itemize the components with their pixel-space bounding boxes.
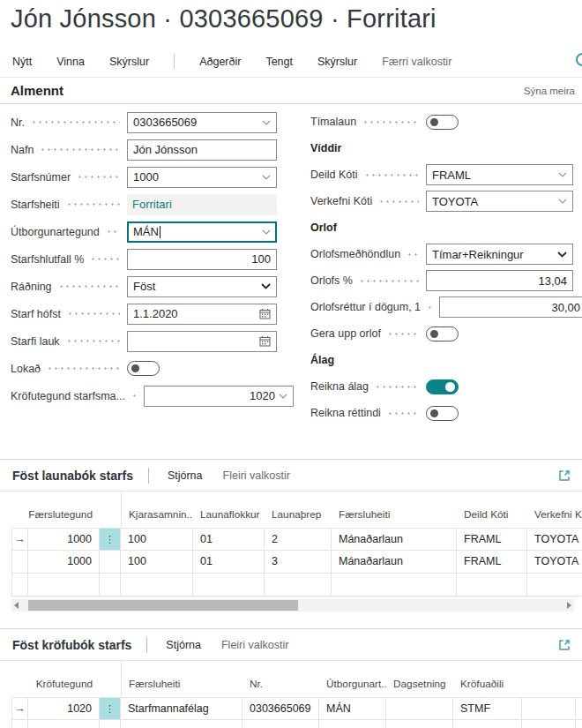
gera-upp-orlof-toggle[interactable] bbox=[426, 326, 459, 341]
table-cell[interactable] bbox=[28, 720, 100, 728]
column-header[interactable]: Kjarasamnin... bbox=[121, 492, 193, 528]
section-title[interactable]: Almennt bbox=[11, 83, 63, 98]
orlofsrettur-input[interactable]: 30,00 bbox=[439, 296, 582, 318]
table-cell[interactable]: MÁN bbox=[319, 697, 386, 720]
table-cell[interactable]: 100 bbox=[121, 551, 193, 574]
chevron-down-icon[interactable] bbox=[262, 120, 271, 125]
chevron-down-icon[interactable] bbox=[262, 175, 271, 180]
lokad-toggle[interactable] bbox=[127, 361, 160, 376]
table-cell[interactable] bbox=[386, 720, 453, 728]
table-cell[interactable] bbox=[453, 720, 522, 728]
scroll-right-arrow[interactable] bbox=[567, 602, 571, 609]
row-selector-cell[interactable]: → bbox=[11, 528, 28, 551]
horizontal-scrollbar[interactable] bbox=[11, 599, 574, 612]
krofubok-stjorna-button[interactable]: Stjórna bbox=[166, 639, 201, 651]
chevron-down-icon[interactable] bbox=[279, 394, 287, 399]
row-selector-cell[interactable] bbox=[11, 551, 28, 574]
table-cell[interactable] bbox=[386, 697, 453, 720]
starfsnumer-combobox[interactable]: 1000 bbox=[127, 167, 277, 188]
table-cell[interactable] bbox=[527, 574, 582, 597]
chevron-down-icon[interactable] bbox=[557, 251, 567, 258]
launabok-fleiri-valkostir-button[interactable]: Fleiri valkostir bbox=[223, 469, 290, 482]
expand-icon[interactable] bbox=[558, 639, 571, 651]
row-menu-cell[interactable] bbox=[100, 720, 121, 728]
starfi-lauk-datefield[interactable] bbox=[127, 331, 277, 352]
table-cell[interactable] bbox=[332, 574, 457, 597]
column-header[interactable]: Kröfuaðili bbox=[453, 661, 522, 697]
radning-select[interactable]: Föst bbox=[127, 276, 277, 297]
table-cell[interactable] bbox=[28, 574, 100, 597]
table-cell[interactable] bbox=[576, 697, 582, 720]
table-cell[interactable]: 0303665069 bbox=[242, 697, 319, 720]
reikna-alag-toggle[interactable] bbox=[426, 379, 459, 394]
table-cell[interactable]: 1000 bbox=[28, 551, 100, 574]
chevron-down-icon[interactable] bbox=[558, 199, 567, 204]
table-cell[interactable] bbox=[121, 720, 242, 728]
chevron-down-icon[interactable] bbox=[262, 229, 271, 235]
column-header[interactable]: Nr. bbox=[242, 661, 319, 697]
column-header[interactable]: Verkefni Kóti bbox=[527, 492, 582, 528]
table-cell[interactable]: 01 bbox=[193, 551, 265, 574]
card-launabok-title[interactable]: Föst launabók starfs bbox=[12, 469, 133, 483]
nafn-input[interactable]: Jón Jónsson bbox=[127, 139, 277, 161]
nr-combobox[interactable]: 0303665069 bbox=[127, 112, 277, 133]
menu-skyrslur-2[interactable]: Skýrslur bbox=[317, 56, 357, 68]
menu-nytt[interactable]: Nýtt bbox=[12, 56, 32, 68]
table-cell[interactable]: FRAML bbox=[457, 551, 527, 574]
row-selector-cell[interactable] bbox=[11, 720, 28, 728]
table-cell[interactable]: 1020 bbox=[28, 697, 100, 720]
krofubok-fleiri-valkostir-button[interactable]: Fleiri valkostir bbox=[221, 639, 288, 651]
row-menu-cell[interactable]: ⋮ bbox=[100, 697, 121, 720]
column-header[interactable]: Færsluheiti bbox=[332, 492, 457, 528]
table-cell[interactable]: 2 bbox=[265, 528, 332, 551]
table-cell[interactable]: TOYOTA bbox=[527, 528, 582, 551]
card-krofubok-title[interactable]: Föst kröfubók starfs bbox=[12, 638, 131, 652]
table-cell[interactable]: TOYOTA bbox=[527, 551, 582, 574]
column-header[interactable]: Kröfutegund bbox=[28, 661, 100, 697]
column-header[interactable]: Launaþrep bbox=[265, 492, 332, 528]
scrollbar-thumb[interactable] bbox=[28, 600, 298, 611]
row-menu-cell[interactable]: ⋮ bbox=[100, 528, 121, 551]
column-header[interactable]: Dagsetning bbox=[386, 661, 453, 697]
starfshlutfall-input[interactable]: 100 bbox=[127, 249, 277, 270]
launabok-stjorna-button[interactable]: Stjórna bbox=[168, 469, 203, 482]
table-cell[interactable] bbox=[265, 574, 332, 597]
table-cell[interactable]: Mánaðarlaun bbox=[332, 551, 457, 574]
column-header[interactable]: Eini bbox=[576, 661, 582, 697]
column-header[interactable]: Deild Kóti bbox=[457, 492, 527, 528]
calendar-icon[interactable] bbox=[259, 335, 271, 347]
table-cell[interactable]: Starfmannafélag bbox=[121, 697, 242, 720]
table-cell[interactable]: 1000 bbox=[28, 528, 100, 551]
krofutegund-starfsma-combobox[interactable]: 1020 bbox=[144, 386, 294, 407]
orlofsmedhondlun-select[interactable]: Tímar+Reikningur bbox=[426, 244, 573, 265]
menu-tengt[interactable]: Tengt bbox=[265, 56, 293, 68]
table-cell[interactable]: Mánaðarlaun bbox=[332, 528, 457, 551]
table-cell[interactable] bbox=[457, 574, 527, 597]
table-cell[interactable] bbox=[522, 720, 576, 728]
reikna-rettindi-toggle[interactable] bbox=[426, 406, 459, 421]
menu-skyrslur[interactable]: Skýrslur bbox=[109, 56, 149, 68]
column-header[interactable]: Færslutegund bbox=[28, 492, 100, 528]
scroll-left-arrow[interactable] bbox=[14, 602, 19, 609]
table-cell[interactable] bbox=[576, 720, 582, 728]
row-menu-cell[interactable] bbox=[100, 551, 121, 574]
row-selector-cell[interactable]: → bbox=[11, 697, 28, 720]
menu-adgerdir[interactable]: Aðgerðir bbox=[199, 56, 241, 68]
column-header[interactable]: Launaflokkur bbox=[193, 492, 265, 528]
timalaun-toggle[interactable] bbox=[426, 115, 459, 130]
orlofs-pct-input[interactable]: 13,04 bbox=[426, 270, 573, 291]
table-cell[interactable]: FRAML bbox=[457, 528, 527, 551]
row-menu-cell[interactable] bbox=[100, 574, 121, 597]
table-cell[interactable] bbox=[242, 720, 319, 728]
calendar-icon[interactable] bbox=[259, 308, 271, 319]
menu-faerri-valkostir[interactable]: Færri valkostir bbox=[382, 56, 451, 68]
table-cell[interactable]: 3 bbox=[265, 551, 332, 574]
table-cell[interactable]: 01 bbox=[193, 528, 265, 551]
starf-hofst-datefield[interactable]: 1.1.2020 bbox=[127, 304, 277, 325]
deild-koti-combobox[interactable]: FRAML bbox=[426, 164, 573, 185]
verkefni-koti-combobox[interactable]: TOYOTA bbox=[426, 191, 573, 212]
table-cell[interactable] bbox=[121, 574, 193, 597]
utborgunartegund-combobox[interactable]: MÁN bbox=[127, 221, 277, 243]
chevron-down-icon[interactable] bbox=[558, 172, 567, 177]
menu-vinna[interactable]: Vinna bbox=[56, 56, 85, 68]
